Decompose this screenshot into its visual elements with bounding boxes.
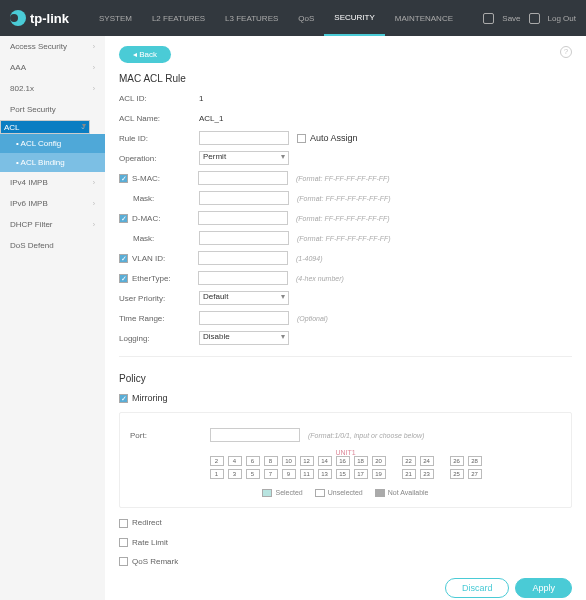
qos-remark-checkbox[interactable] xyxy=(119,557,128,566)
smac-label: S-MAC: xyxy=(132,174,198,183)
dmac-checkbox[interactable] xyxy=(119,214,128,223)
port-11[interactable]: 11 xyxy=(300,469,314,479)
rule-id-label: Rule ID: xyxy=(119,134,199,143)
auto-assign-label: Auto Assign xyxy=(310,133,358,143)
nav-l2-features[interactable]: L2 FEATURES xyxy=(142,0,215,36)
rate-limit-label: Rate Limit xyxy=(132,538,168,547)
time-label: Time Range: xyxy=(119,314,199,323)
back-button[interactable]: ◂ Back xyxy=(119,46,171,63)
save-button[interactable]: Save xyxy=(502,14,520,23)
port-6[interactable]: 6 xyxy=(246,456,260,466)
auto-assign-checkbox[interactable] xyxy=(297,134,306,143)
port-1[interactable]: 1 xyxy=(210,469,224,479)
port-2[interactable]: 2 xyxy=(210,456,224,466)
port-7[interactable]: 7 xyxy=(264,469,278,479)
port-16[interactable]: 16 xyxy=(336,456,350,466)
ports-row-bottom: 13579111315171921232527 xyxy=(130,469,561,479)
brand-text: tp-link xyxy=(30,11,69,26)
acl-id-value: 1 xyxy=(199,94,203,103)
port-10[interactable]: 10 xyxy=(282,456,296,466)
sidebar-item-ipv6-impb[interactable]: IPv6 IMPB› xyxy=(0,193,105,214)
port-9[interactable]: 9 xyxy=(282,469,296,479)
port-26[interactable]: 26 xyxy=(450,456,464,466)
operation-select[interactable]: Permit xyxy=(199,151,289,165)
content: ? ◂ Back MAC ACL Rule ACL ID:1 ACL Name:… xyxy=(105,36,586,600)
logout-button[interactable]: Log Out xyxy=(548,14,576,23)
port-13[interactable]: 13 xyxy=(318,469,332,479)
dmac-mask-input[interactable] xyxy=(199,231,289,245)
port-21[interactable]: 21 xyxy=(402,469,416,479)
port-27[interactable]: 27 xyxy=(468,469,482,479)
acl-name-value: ACL_1 xyxy=(199,114,223,123)
discard-button[interactable]: Discard xyxy=(445,578,510,598)
port-18[interactable]: 18 xyxy=(354,456,368,466)
dmac-input[interactable] xyxy=(198,211,288,225)
mirroring-label: Mirroring xyxy=(132,393,168,403)
nav-system[interactable]: SYSTEM xyxy=(89,0,142,36)
logging-select[interactable]: Disable xyxy=(199,331,289,345)
smac-mask-input[interactable] xyxy=(199,191,289,205)
port-28[interactable]: 28 xyxy=(468,456,482,466)
ether-checkbox[interactable] xyxy=(119,274,128,283)
nav-maintenance[interactable]: MAINTENANCE xyxy=(385,0,463,36)
priority-select[interactable]: Default xyxy=(199,291,289,305)
port-4[interactable]: 4 xyxy=(228,456,242,466)
port-5[interactable]: 5 xyxy=(246,469,260,479)
acl-id-label: ACL ID: xyxy=(119,94,199,103)
time-input[interactable] xyxy=(199,311,289,325)
header: tp-link SYSTEML2 FEATURESL3 FEATURESQoSS… xyxy=(0,0,586,36)
unit-label: UNIT1 xyxy=(130,449,561,456)
sidebar-sub-acl-binding[interactable]: • ACL Binding xyxy=(0,153,105,172)
sidebar-item-access-security[interactable]: Access Security› xyxy=(0,36,105,57)
sidebar-item-aaa[interactable]: AAA› xyxy=(0,57,105,78)
smac-checkbox[interactable] xyxy=(119,174,128,183)
smac-input[interactable] xyxy=(198,171,288,185)
port-24[interactable]: 24 xyxy=(420,456,434,466)
sidebar-item-port-security[interactable]: Port Security xyxy=(0,99,105,120)
qos-remark-label: QoS Remark xyxy=(132,557,178,566)
sidebar-item-ipv4-impb[interactable]: IPv4 IMPB› xyxy=(0,172,105,193)
help-icon[interactable]: ? xyxy=(560,46,572,58)
port-17[interactable]: 17 xyxy=(354,469,368,479)
logo-icon xyxy=(10,10,26,26)
sidebar-item-dhcp-filter[interactable]: DHCP Filter› xyxy=(0,214,105,235)
mirroring-checkbox[interactable] xyxy=(119,394,128,403)
rate-limit-checkbox[interactable] xyxy=(119,538,128,547)
port-25[interactable]: 25 xyxy=(450,469,464,479)
ether-input[interactable] xyxy=(198,271,288,285)
sidebar: Access Security›AAA›802.1x›Port Security… xyxy=(0,36,105,600)
acl-name-label: ACL Name: xyxy=(119,114,199,123)
nav-l3-features[interactable]: L3 FEATURES xyxy=(215,0,288,36)
port-15[interactable]: 15 xyxy=(336,469,350,479)
port-14[interactable]: 14 xyxy=(318,456,332,466)
port-12[interactable]: 12 xyxy=(300,456,314,466)
logout-icon xyxy=(529,13,540,24)
logging-label: Logging: xyxy=(119,334,199,343)
ports-row-top: 246810121416182022242628 xyxy=(130,456,561,466)
nav-security[interactable]: SECURITY xyxy=(324,0,384,36)
policy-title: Policy xyxy=(119,373,572,384)
port-23[interactable]: 23 xyxy=(420,469,434,479)
vlan-input[interactable] xyxy=(198,251,288,265)
port-22[interactable]: 22 xyxy=(402,456,416,466)
ether-label: EtherType: xyxy=(132,274,198,283)
port-20[interactable]: 20 xyxy=(372,456,386,466)
redirect-checkbox[interactable] xyxy=(119,519,128,528)
sidebar-item-802-1x[interactable]: 802.1x› xyxy=(0,78,105,99)
port-8[interactable]: 8 xyxy=(264,456,278,466)
port-19[interactable]: 19 xyxy=(372,469,386,479)
brand-logo: tp-link xyxy=(10,10,69,26)
sidebar-item-acl[interactable]: ACL⌄ xyxy=(0,120,90,134)
vlan-checkbox[interactable] xyxy=(119,254,128,263)
port-label: Port: xyxy=(130,431,210,440)
port-input[interactable] xyxy=(210,428,300,442)
redirect-label: Redirect xyxy=(132,518,162,527)
rule-id-input[interactable] xyxy=(199,131,289,145)
dmac-label: D-MAC: xyxy=(132,214,198,223)
nav-qos[interactable]: QoS xyxy=(288,0,324,36)
sidebar-sub-acl-config[interactable]: • ACL Config xyxy=(0,134,105,153)
sidebar-item-dos-defend[interactable]: DoS Defend xyxy=(0,235,105,256)
port-3[interactable]: 3 xyxy=(228,469,242,479)
port-legend: Selected Unselected Not Available xyxy=(130,489,561,497)
apply-button[interactable]: Apply xyxy=(515,578,572,598)
